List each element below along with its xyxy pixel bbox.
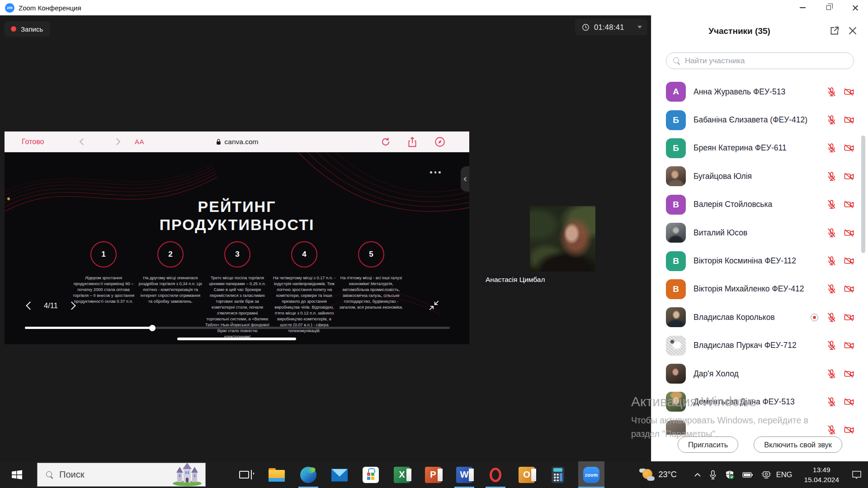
video-off-icon [843, 284, 855, 294]
excel-icon[interactable]: X [391, 461, 413, 488]
taskbar-apps: XPWOzoom [297, 461, 604, 488]
participant-row[interactable]: Б Бабаніна Єлизавета (ФЕУ-412) [651, 106, 868, 134]
start-button[interactable] [5, 461, 29, 488]
home-indicator [177, 338, 296, 340]
mic-muted-icon [826, 397, 837, 407]
edge-icon[interactable] [297, 461, 319, 488]
powerpoint-icon[interactable]: P [422, 461, 444, 488]
mail-icon[interactable] [329, 461, 350, 488]
taskbar-clock[interactable]: 13:49 15.04.2024 [804, 465, 839, 484]
font-size-button[interactable]: АА [135, 138, 144, 145]
meeting-timer[interactable]: 01:48:41 [575, 19, 647, 35]
calculator-icon[interactable] [547, 461, 569, 488]
slide-item-text: На п'ятому місці - всі інші галузі еконо… [339, 275, 403, 310]
tray-expand-button[interactable] [694, 473, 701, 477]
minimize-button[interactable] [789, 0, 816, 15]
invite-button[interactable]: Пригласить [678, 436, 738, 453]
word-icon[interactable]: W [453, 461, 475, 488]
camera-icon [761, 470, 772, 479]
shared-screen: Готово АА canva.com [5, 131, 469, 344]
participants-list: А Анна Журавель ФЕУ-513 Б Б [651, 78, 868, 435]
battery-icon [742, 472, 753, 478]
action-center-button[interactable] [852, 470, 862, 479]
microphone-icon [709, 470, 717, 480]
close-button[interactable] [842, 0, 868, 15]
participant-avatar [666, 364, 686, 384]
restore-button[interactable] [816, 0, 842, 15]
participant-avatar [666, 223, 686, 243]
participant-name: Владислав Корольков [693, 313, 811, 322]
participant-search[interactable] [666, 52, 854, 69]
search-icon [46, 471, 54, 479]
tray-battery[interactable] [742, 472, 753, 478]
participant-row[interactable]: Виталий Юсов [651, 219, 868, 247]
share-icon[interactable] [406, 136, 418, 148]
participant-row[interactable]: Дементьєва Діана ФЕУ-513 [651, 388, 868, 416]
popout-icon[interactable] [829, 25, 840, 36]
panel-close-icon[interactable] [848, 26, 857, 35]
done-button[interactable]: Готово [22, 138, 44, 146]
more-options-icon[interactable] [430, 171, 441, 174]
slide-item-number: 5 [358, 241, 384, 267]
taskbar-search-input[interactable] [59, 469, 159, 480]
language-indicator[interactable]: ENG [776, 470, 793, 479]
back-icon[interactable] [80, 138, 87, 145]
mic-muted-icon [826, 171, 837, 182]
task-view-button[interactable] [233, 461, 255, 488]
weather-icon[interactable] [639, 468, 655, 482]
tray-camera[interactable] [761, 470, 772, 479]
security-shield-icon [725, 470, 735, 480]
unmute-button[interactable]: Включить свой звук [754, 436, 842, 453]
store-icon[interactable] [360, 461, 382, 488]
participant-avatar: Б [666, 110, 686, 130]
zoom-icon[interactable]: zoom [578, 461, 604, 488]
safari-compass-icon[interactable] [434, 136, 446, 148]
taskbar-search[interactable] [37, 463, 206, 487]
slide-page-nav: 4/11 [27, 301, 75, 310]
participant-row[interactable]: Бугайцова Юлія [651, 162, 868, 190]
slide-title: РЕЙТИНГ ПРОДУКТИВНОСТІ [5, 197, 469, 234]
opera-icon[interactable] [485, 461, 506, 488]
next-slide-icon[interactable] [67, 301, 75, 310]
slide-progress-slider[interactable] [25, 327, 450, 329]
panel-scrollbar[interactable] [861, 136, 865, 253]
collapse-fullscreen-icon[interactable] [428, 300, 440, 311]
participant-row[interactable] [651, 416, 868, 435]
tray-defender[interactable] [725, 470, 735, 480]
mic-muted-icon [826, 87, 837, 97]
temperature-label[interactable]: 23°C [658, 470, 676, 479]
previous-slide-icon[interactable] [26, 301, 34, 310]
video-off-icon [843, 369, 855, 379]
mic-muted-icon [826, 199, 837, 210]
outlook-icon[interactable]: O [516, 461, 538, 488]
slider-handle[interactable] [149, 325, 156, 331]
refresh-icon[interactable] [380, 136, 392, 148]
file-explorer-button[interactable] [266, 461, 288, 488]
sidebar-pull-tab[interactable] [461, 166, 469, 192]
participant-video[interactable] [530, 206, 595, 272]
forward-icon[interactable] [113, 138, 121, 145]
address-bar[interactable]: canva.com [5, 131, 469, 152]
tray-microphone[interactable] [709, 470, 717, 480]
search-input[interactable] [685, 56, 847, 66]
participant-name: Анна Журавель ФЕУ-513 [693, 87, 826, 97]
participant-row[interactable]: Владислав Корольков [651, 303, 868, 331]
video-off-icon [843, 256, 855, 266]
mic-muted-icon [826, 425, 837, 435]
participant-row[interactable]: В Вікторія Косминіна ФЕУ-112 [651, 247, 868, 275]
slide-item-number: 1 [90, 241, 117, 267]
video-off-icon [843, 115, 855, 125]
search-highlight-castle-image[interactable] [170, 463, 204, 486]
windows-logo-icon [11, 469, 23, 480]
participant-avatar: Б [666, 138, 686, 158]
participant-row[interactable]: В Вікторія Михайленко ФЕУ-412 [651, 275, 868, 303]
taskbar-date: 15.04.2024 [804, 475, 839, 485]
participant-row[interactable]: Дар'я Холод [651, 360, 868, 388]
participant-row[interactable]: В Валерія Стойловська [651, 191, 868, 219]
participant-row[interactable]: Владислав Пуркач ФЕУ-712 [651, 332, 868, 360]
participant-row[interactable]: Б Бреян Катерина ФЕУ-611 [651, 134, 868, 162]
recording-badge[interactable]: Запись [5, 21, 50, 37]
taskbar: XPWOzoom 23°C ENG 13:49 15.04.2024 [0, 461, 868, 488]
lock-icon [216, 138, 222, 145]
participant-row[interactable]: А Анна Журавель ФЕУ-513 [651, 78, 868, 106]
